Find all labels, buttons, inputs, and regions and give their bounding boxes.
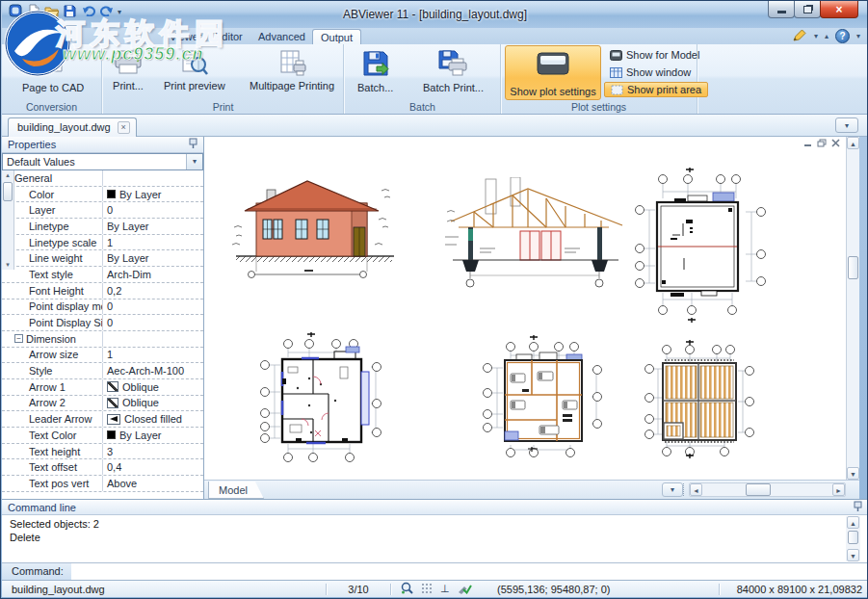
maximize-button[interactable] bbox=[794, 1, 821, 18]
scroll-down-icon[interactable]: ▾ bbox=[2, 261, 13, 269]
drawing-house-elevation[interactable] bbox=[232, 160, 401, 292]
pencil-dropdown-icon[interactable]: ▾ bbox=[814, 32, 818, 40]
properties-scrollbar[interactable]: ▴ ▾ bbox=[2, 170, 14, 270]
property-label: Arrow size bbox=[29, 349, 78, 360]
property-label: Text style bbox=[29, 269, 73, 280]
pin-icon[interactable] bbox=[189, 138, 197, 151]
canvas-vscroll-thumb[interactable] bbox=[848, 256, 858, 279]
property-row-linetype-scale[interactable]: Linetype scale1 bbox=[2, 235, 203, 251]
property-row-arrow-1[interactable]: Arrow 1Oblique bbox=[2, 379, 203, 396]
drawing-floor-plan-2[interactable] bbox=[478, 333, 608, 460]
property-row-text-pos-vert[interactable]: Text pos vertAbove bbox=[2, 476, 203, 492]
command-history-scrollbar[interactable]: ▲ ▼ bbox=[846, 516, 860, 561]
multipage-printing-button[interactable]: Multipage Printing bbox=[245, 46, 339, 93]
help-dropdown-icon[interactable]: ▾ bbox=[856, 32, 860, 40]
canvas-vertical-scrollbar[interactable]: ▲ ▼ bbox=[846, 137, 859, 480]
property-row-font-height[interactable]: Font Height0,2 bbox=[2, 283, 203, 300]
property-row-point-display-siz[interactable]: Point Display Siz0 bbox=[2, 315, 203, 331]
property-value: Oblique bbox=[122, 397, 159, 408]
document-tab[interactable]: building_layout.dwg × bbox=[8, 117, 137, 137]
tab-list-dropdown-button[interactable]: ▾ bbox=[835, 117, 858, 133]
drawing-framing-plan[interactable] bbox=[642, 338, 757, 460]
cmd-scroll-thumb[interactable] bbox=[848, 531, 858, 544]
show-for-model-icon bbox=[610, 50, 622, 61]
help-button[interactable]: ? bbox=[835, 29, 850, 43]
canvas-horizontal-scrollbar[interactable]: ◄ ► bbox=[689, 482, 846, 497]
tab-output[interactable]: Output bbox=[312, 29, 361, 44]
status-bar: building_layout.dwg 3/10 ⊥ (5595,136; 95… bbox=[2, 580, 868, 597]
print-button[interactable]: Print... bbox=[108, 46, 148, 93]
grid-snap-icon[interactable] bbox=[421, 583, 433, 596]
page-to-cad-button[interactable]: Page to CAD bbox=[17, 46, 89, 95]
property-label: Text height bbox=[29, 446, 80, 457]
property-row-leader-arrow[interactable]: Leader ArrowClosed filled bbox=[2, 411, 203, 428]
property-group-general[interactable]: General bbox=[2, 170, 203, 187]
command-line-header[interactable]: Command line bbox=[2, 500, 868, 515]
property-row-layer[interactable]: Layer0 bbox=[2, 202, 203, 219]
collapse-icon[interactable]: − bbox=[14, 334, 23, 343]
collapse-ribbon-icon[interactable]: ▴ bbox=[825, 32, 829, 40]
document-close-icon[interactable]: × bbox=[118, 121, 130, 134]
property-label: Layer bbox=[29, 204, 56, 216]
property-row-color[interactable]: ColorBy Layer bbox=[2, 187, 203, 203]
style-pencil-icon[interactable] bbox=[792, 29, 807, 44]
scroll-right-button[interactable]: ► bbox=[832, 483, 845, 496]
batch-button[interactable]: Batch... bbox=[353, 46, 398, 95]
scroll-left-button[interactable]: ◄ bbox=[690, 483, 702, 496]
ortho-mode-icon[interactable]: ⊥ bbox=[440, 583, 450, 595]
property-row-text-style[interactable]: Text styleArch-Dim bbox=[2, 267, 203, 283]
property-row-text-color[interactable]: Text ColorBy Layer bbox=[2, 428, 203, 444]
mdi-close-icon[interactable] bbox=[831, 139, 840, 149]
show-print-area-toggle[interactable]: Show print area bbox=[604, 82, 708, 97]
drawing-floor-plan-1[interactable] bbox=[253, 328, 388, 465]
preset-dropdown-icon[interactable]: ▾ bbox=[186, 154, 202, 169]
canvas-hscroll-thumb[interactable] bbox=[746, 483, 771, 496]
scroll-up-icon[interactable]: ▴ bbox=[2, 171, 13, 179]
drawing-roof-plan[interactable] bbox=[628, 166, 773, 326]
tab-editor[interactable]: Editor bbox=[207, 29, 250, 44]
tab-advanced[interactable]: Advanced bbox=[250, 29, 313, 44]
drawing-canvas[interactable]: ▲ ▼ bbox=[204, 137, 859, 480]
status-page-indicator[interactable]: 3/10 bbox=[327, 584, 390, 595]
tab-viewer[interactable]: Viewer bbox=[162, 29, 209, 44]
scroll-up-button[interactable]: ▲ bbox=[847, 516, 859, 529]
property-row-text-offset[interactable]: Text offset0,4 bbox=[2, 459, 203, 476]
show-for-model-toggle[interactable]: Show for Model bbox=[604, 47, 705, 63]
property-row-arrow-2[interactable]: Arrow 2Oblique bbox=[2, 396, 203, 412]
property-row-line-weight[interactable]: Line weightBy Layer bbox=[2, 250, 203, 267]
property-row-linetype[interactable]: LinetypeBy Layer bbox=[2, 219, 203, 235]
batch-icon bbox=[361, 49, 390, 80]
property-group-dimension[interactable]: −Dimension bbox=[2, 331, 203, 348]
scrollbar-thumb[interactable] bbox=[3, 182, 13, 201]
mdi-minimize-icon[interactable] bbox=[803, 139, 812, 149]
property-label: Arrow 2 bbox=[29, 397, 66, 408]
scroll-down-button[interactable]: ▼ bbox=[847, 549, 859, 561]
property-row-text-height[interactable]: Text height3 bbox=[2, 444, 203, 460]
show-window-toggle[interactable]: Show window bbox=[604, 65, 697, 80]
property-label: Font Height bbox=[29, 285, 84, 297]
osnap-icon[interactable] bbox=[458, 583, 472, 596]
drawing-cross-section[interactable] bbox=[445, 177, 628, 295]
command-input[interactable] bbox=[71, 563, 868, 580]
scroll-up-button[interactable]: ▲ bbox=[847, 137, 859, 149]
minimize-button[interactable] bbox=[768, 1, 795, 18]
show-plot-settings-button[interactable]: Show plot settings bbox=[505, 45, 601, 100]
property-row-style[interactable]: StyleAec-Arch-M-100 bbox=[2, 363, 203, 379]
property-row-arrow-size[interactable]: Arrow size1 bbox=[2, 348, 203, 364]
mdi-restore-icon[interactable] bbox=[817, 139, 827, 149]
print-preview-button[interactable]: Print preview bbox=[159, 46, 230, 93]
scrollbar-splitter[interactable] bbox=[683, 483, 684, 496]
close-icon: × bbox=[835, 3, 842, 16]
tab-model[interactable]: Model bbox=[208, 482, 264, 499]
property-row-point-display-mo[interactable]: Point display mo0 bbox=[2, 300, 203, 316]
close-button[interactable]: × bbox=[820, 1, 858, 18]
preset-dropdown[interactable]: Default Values ▾ bbox=[2, 153, 203, 170]
zoom-tool-icon[interactable] bbox=[401, 582, 413, 596]
file-menu-button[interactable] bbox=[8, 29, 52, 43]
batch-print-button[interactable]: Batch Print... bbox=[418, 46, 488, 95]
panel-collapse-button[interactable]: ▾ bbox=[662, 482, 683, 497]
pin-icon[interactable] bbox=[854, 501, 862, 514]
title-bar[interactable]: ▾ ABViewer 11 - [building_layout.dwg] × bbox=[2, 1, 868, 28]
property-label: Point Display Siz bbox=[29, 317, 102, 328]
scroll-down-button[interactable]: ▼ bbox=[847, 467, 859, 480]
